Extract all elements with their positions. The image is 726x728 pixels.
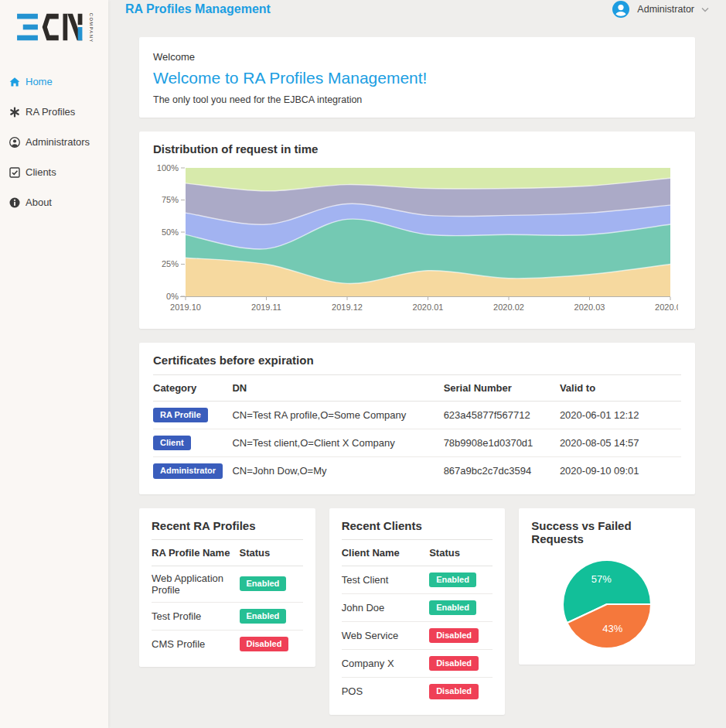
status-badge: Enabled [240,576,287,591]
sidebar-item-label: About [26,197,52,208]
sidebar-item-home[interactable]: Home [0,67,108,97]
svg-text:50%: 50% [162,227,179,237]
name-cell: CMS Profile [152,630,240,658]
page-title: RA Profiles Management [125,2,271,16]
serial-cell: 78b9908e1d0370d1 [444,429,560,457]
table-row: Test ClientEnabled [342,566,493,593]
sidebar-item-about[interactable]: About [0,187,108,217]
chart-title: Distribution of request in time [153,142,681,156]
recent-clients-title: Recent Clients [342,519,493,540]
distribution-chart-card: Distribution of request in time 2019.102… [139,132,695,329]
table-row: Web ServiceDisabled [342,621,493,649]
column-header-status: Status [429,540,493,566]
logo-3key-icon: COMPANY [12,9,96,45]
status-badge: Disabled [429,684,479,699]
status-cell: Disabled [429,621,493,649]
serial-cell: 867a9bc2c7dc3594 [444,457,560,485]
welcome-subtitle: The only tool you need for the EJBCA int… [153,94,681,105]
status-cell: Enabled [240,566,303,602]
column-header-status: Status [240,540,303,566]
name-cell: Test Client [342,566,430,593]
sidebar: COMPANY Home RA Profiles [0,0,108,728]
certificates-card: Certificates before expiration Category … [139,343,695,494]
sidebar-item-administrators[interactable]: Administrators [0,127,108,157]
recent-ra-profiles-table: RA Profile Name Status Web Application P… [152,540,303,658]
status-cell: Disabled [429,650,493,678]
column-header-category: Category [153,375,232,402]
recent-ra-profiles-title: Recent RA Profiles [152,519,303,540]
table-row: RA ProfileCN=Test RA profile,O=Some Comp… [153,402,681,429]
bottom-row: Recent RA Profiles RA Profile Name Statu… [139,508,695,728]
name-cell: Company X [342,650,430,678]
dn-cell: CN=Test client,O=Client X Company [232,429,443,457]
sidebar-nav: Home RA Profiles Administr [0,67,108,217]
svg-text:43%: 43% [602,623,622,634]
svg-text:2019.10: 2019.10 [170,302,201,312]
main-area: RA Profiles Management Administrator Wel… [108,0,726,728]
sidebar-item-clients[interactable]: Clients [0,157,108,187]
app-root: COMPANY Home RA Profiles [0,0,726,728]
user-circle-icon [9,137,20,148]
info-circle-icon [9,197,20,208]
table-row: AdministratorCN=John Dow,O=My867a9bc2c7d… [153,457,681,485]
name-cell: John Doe [342,593,430,621]
recent-clients-card: Recent Clients Client Name Status Test C… [329,508,506,715]
dn-cell: CN=Test RA profile,O=Some Company [232,402,443,429]
status-cell: Enabled [429,593,493,621]
table-row: POSDisabled [342,678,493,706]
stacked-area-chart: 2019.102019.112019.122020.012020.022020.… [153,162,678,318]
header: RA Profiles Management Administrator [108,0,726,19]
dn-cell: CN=John Dow,O=My [232,457,443,485]
sidebar-item-label: Home [26,76,53,87]
user-avatar-icon [612,0,630,19]
svg-text:57%: 57% [591,572,612,584]
svg-text:25%: 25% [162,259,179,268]
status-badge: Enabled [429,572,476,587]
welcome-title: Welcome to RA Profiles Management! [153,69,681,87]
svg-text:2020.03: 2020.03 [574,302,605,312]
chevron-down-icon [701,7,709,12]
name-cell: POS [342,678,430,706]
status-cell: Enabled [240,602,303,630]
table-row: CMS ProfileDisabled [152,630,303,658]
table-row: Company XDisabled [342,650,493,678]
valid-to-cell: 2020-06-01 12:12 [560,402,681,429]
asterisk-icon [9,107,20,118]
svg-text:75%: 75% [162,195,179,204]
name-cell: Web Application Profile [152,566,240,602]
status-badge: Disabled [429,628,479,643]
valid-to-cell: 2020-09-10 09:01 [560,457,681,485]
valid-to-cell: 2020-08-05 14:57 [560,429,681,457]
pie-title: Success vs Failed Requests [531,519,683,545]
sidebar-item-label: RA Profiles [26,106,75,118]
recent-ra-profiles-card: Recent RA Profiles RA Profile Name Statu… [139,508,315,667]
content: Welcome Welcome to RA Profiles Managemen… [108,19,726,728]
certificates-table: Category DN Serial Number Valid to RA Pr… [153,375,681,485]
certificates-table-body: RA ProfileCN=Test RA profile,O=Some Comp… [153,402,681,485]
svg-text:2020.04: 2020.04 [655,302,678,312]
column-header-valid-to: Valid to [560,375,681,402]
status-badge: Disabled [240,637,289,651]
status-cell: Disabled [240,630,303,658]
column-header-serial: Serial Number [444,375,560,402]
sidebar-item-ra-profiles[interactable]: RA Profiles [0,97,108,127]
svg-text:2019.12: 2019.12 [332,302,363,312]
column-header-ra-profile-name: RA Profile Name [152,540,240,566]
success-failed-card: Success vs Failed Requests 57%43% [519,508,695,665]
name-cell: Web Service [342,621,430,649]
category-badge: Administrator [153,463,223,478]
category-cell: Client [153,429,232,457]
category-badge: RA Profile [153,408,208,422]
table-row: ClientCN=Test client,O=Client X Company7… [153,429,681,457]
status-badge: Disabled [429,656,479,671]
svg-text:0%: 0% [166,292,179,301]
recent-clients-body: Test ClientEnabledJohn DoeEnabledWeb Ser… [342,566,493,705]
category-cell: Administrator [153,457,232,485]
check-square-icon [9,167,20,178]
status-cell: Enabled [429,566,493,593]
status-badge: Enabled [429,600,476,615]
svg-text:2019.11: 2019.11 [251,302,281,312]
home-icon [9,77,20,87]
user-menu[interactable]: Administrator [612,0,709,19]
svg-text:2020.01: 2020.01 [413,302,444,312]
